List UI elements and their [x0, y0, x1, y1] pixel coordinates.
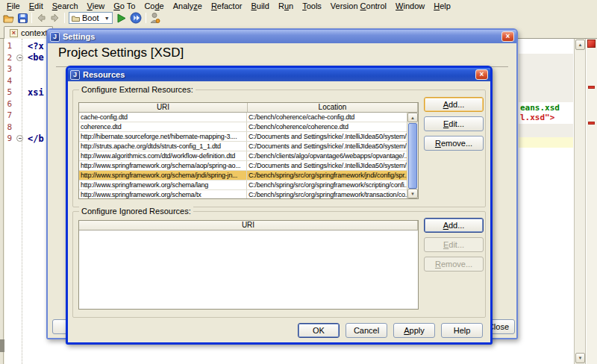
external-resources-group-label: Configure External Resources: [79, 85, 196, 94]
ok-button[interactable]: OK [298, 323, 340, 338]
resources-close-icon[interactable] [475, 69, 488, 80]
editor-line: 9</b [3, 133, 46, 145]
line-number: 2 [3, 53, 14, 63]
uri-cell: http://www.springframework.org/schema/jn… [79, 171, 247, 180]
settings-page-title: Project Settings [XSD] [58, 46, 184, 60]
resources-titlebar[interactable]: Resources [68, 68, 490, 81]
menu-analyze[interactable]: Analyze [169, 1, 207, 10]
toolbar-separator [31, 13, 32, 23]
editor-line: 6 [3, 98, 46, 110]
ignored-resources-buttons: Add...Edit...Remove... [424, 218, 484, 272]
error-indicator-icon[interactable] [587, 40, 596, 48]
menu-window[interactable]: Window [391, 1, 429, 10]
external-resources-table[interactable]: URI Location cache-config.dtdC:/bench/co… [78, 102, 419, 199]
menu-version-control[interactable]: Version Control [326, 1, 391, 10]
menu-refactor[interactable]: Refactor [207, 1, 247, 10]
error-stripe-mark[interactable] [588, 122, 595, 125]
uri-cell: http://www.springframework.org/schema/ao… [79, 161, 247, 170]
column-header-location[interactable]: Location [248, 103, 418, 113]
intellij-logo-icon [50, 32, 60, 42]
location-cell: C:/bench/spring/src/org/springframework/… [247, 181, 407, 189]
run-config-folder-icon [72, 15, 80, 22]
toolwindow-stripe-block [0, 339, 4, 352]
open-file-icon[interactable] [3, 13, 14, 23]
table-header: URI [79, 221, 418, 230]
table-scrollbar[interactable]: ▲ ▼ [407, 113, 418, 198]
resource-row[interactable]: cache-config.dtdC:/bench/coherence/cache… [79, 113, 407, 122]
scroll-up-icon[interactable]: ▲ [575, 40, 585, 50]
external-remove-button[interactable]: Remove... [424, 136, 484, 151]
uri-cell: http://www.springframework.org/schema/la… [79, 181, 247, 189]
column-header-uri[interactable]: URI [79, 221, 418, 230]
user-presence-icon[interactable] [150, 12, 160, 24]
fold-marker-icon[interactable] [14, 135, 25, 142]
main-toolbar: Boot ▼ [0, 11, 597, 25]
line-number: 4 [3, 76, 14, 86]
external-add-button[interactable]: Add... [424, 97, 484, 112]
menu-go-to[interactable]: Go To [109, 1, 140, 10]
external-edit-button[interactable]: Edit... [424, 116, 484, 131]
menu-run[interactable]: Run [274, 1, 298, 10]
editor-caret-line-highlight [519, 137, 573, 148]
location-cell: C:/bench/spring/src/org/springframework/… [247, 190, 407, 198]
run-configuration-value: Boot [82, 13, 99, 22]
resource-row[interactable]: http://hibernate.sourceforge.net/hiberna… [79, 132, 407, 142]
scroll-up-icon[interactable]: ▲ [407, 113, 418, 122]
column-header-uri[interactable]: URI [79, 103, 248, 113]
line-number: 3 [3, 64, 14, 74]
tab-label: context [21, 28, 47, 37]
scrollbar-thumb[interactable] [408, 123, 417, 189]
ignored-add-button[interactable]: Add... [424, 218, 484, 233]
resource-row[interactable]: http://www.algorithmics.com/dtd/workflow… [79, 151, 407, 161]
scroll-down-icon[interactable]: ▼ [407, 189, 418, 198]
uri-cell: cache-config.dtd [79, 113, 247, 122]
editor-fragment-highlight [519, 124, 573, 137]
line-number: 6 [3, 99, 14, 109]
resource-row[interactable]: http://www.springframework.org/schema/jn… [79, 171, 407, 181]
apply-button[interactable]: Apply [393, 323, 435, 338]
uri-cell: http://www.springframework.org/schema/tx [79, 190, 247, 198]
menu-code[interactable]: Code [140, 1, 168, 10]
menu-tools[interactable]: Tools [298, 1, 326, 10]
cancel-button[interactable]: Cancel [346, 323, 387, 338]
editor-lines: 1<?x2<be345xsi6789</b [3, 40, 46, 145]
location-cell: C:/Documents and Settings/ricke/.Intelli… [247, 161, 407, 170]
location-cell: C:/bench/coherence/coherence.dtd [247, 122, 407, 131]
table-header: URI Location [79, 103, 418, 113]
menu-file[interactable]: File [2, 1, 25, 10]
menu-edit[interactable]: Edit [25, 1, 48, 10]
line-number: 9 [3, 134, 14, 143]
resource-row[interactable]: http://www.springframework.org/schema/tx… [79, 190, 407, 198]
resource-row[interactable]: http://www.springframework.org/schema/la… [79, 181, 407, 190]
run-icon[interactable] [116, 13, 126, 23]
save-all-icon[interactable] [18, 13, 28, 23]
error-stripe-mark[interactable] [588, 86, 595, 89]
settings-titlebar[interactable]: Settings [48, 30, 516, 43]
menu-view[interactable]: View [83, 1, 110, 10]
table-body: cache-config.dtdC:/bench/coherence/cache… [79, 113, 407, 198]
resource-row[interactable]: http://struts.apache.org/dtds/struts-con… [79, 142, 407, 151]
editor-line: 4 [3, 75, 46, 87]
menu-build[interactable]: Build [246, 1, 273, 10]
code-text: <?x [25, 41, 44, 51]
resume-icon[interactable] [130, 12, 142, 24]
menu-search[interactable]: Search [48, 1, 83, 10]
run-configuration-select[interactable]: Boot ▼ [69, 12, 113, 24]
editor-line: 5xsi [3, 87, 46, 98]
resource-row[interactable]: http://www.springframework.org/schema/ao… [79, 161, 407, 171]
resource-row[interactable]: coherence.dtdC:/bench/coherence/coherenc… [79, 122, 407, 132]
help-button[interactable]: Help [441, 323, 483, 338]
fold-marker-icon[interactable] [14, 54, 25, 61]
line-number: 5 [3, 87, 14, 97]
editor-scrollbar[interactable]: ▲ ▼ [574, 39, 586, 364]
settings-title: Settings [63, 32, 95, 41]
ignored-resources-table[interactable]: URI [78, 220, 419, 310]
menu-help[interactable]: Help [429, 1, 455, 10]
scroll-down-icon[interactable]: ▼ [575, 353, 585, 363]
settings-close-icon[interactable] [501, 31, 514, 42]
location-cell: C:/bench/coherence/cache-config.dtd [247, 113, 407, 122]
menu-bar: FileEditSearchViewGo ToCodeAnalyzeRefact… [0, 0, 597, 11]
forward-icon [50, 13, 60, 23]
line-number: 7 [3, 110, 14, 120]
xml-file-icon [10, 29, 18, 37]
